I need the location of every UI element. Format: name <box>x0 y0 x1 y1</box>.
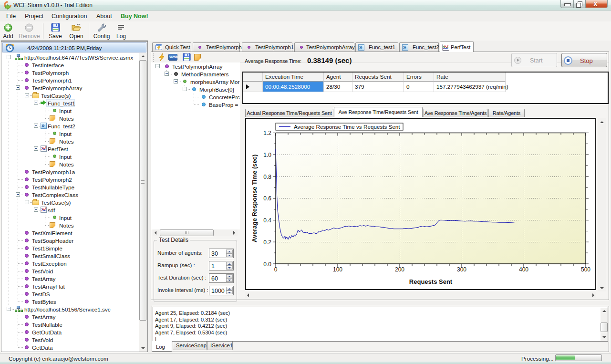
svg-text:0.2: 0.2 <box>263 239 271 246</box>
svg-text:0: 0 <box>274 266 278 273</box>
svg-text:Requests Sent: Requests Sent <box>409 278 453 285</box>
svg-text:1.2: 1.2 <box>263 130 271 136</box>
svg-text:Average Response Time (sec): Average Response Time (sec) <box>251 155 258 242</box>
svg-text:Average Response Time vs Reque: Average Response Time vs Requests Sent <box>294 124 400 130</box>
svg-text:500: 500 <box>581 266 590 273</box>
svg-text:200: 200 <box>395 266 404 273</box>
svg-text:0.0: 0.0 <box>263 261 271 268</box>
svg-text:1.0: 1.0 <box>263 152 271 158</box>
svg-text:400: 400 <box>519 266 528 273</box>
svg-text:100: 100 <box>333 266 342 273</box>
svg-text:300: 300 <box>457 266 466 273</box>
svg-text:0.6: 0.6 <box>263 195 271 202</box>
svg-text:0.8: 0.8 <box>263 174 271 180</box>
svg-text:0.4: 0.4 <box>263 217 271 224</box>
